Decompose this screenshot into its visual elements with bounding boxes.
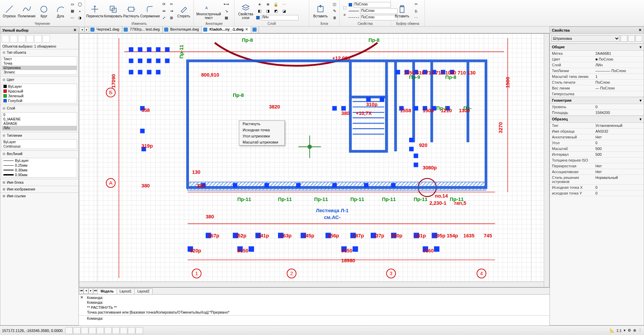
lt-first[interactable]: ⏮ — [79, 288, 84, 294]
copy-tool[interactable]: Копировать — [104, 4, 122, 18]
hscrollbar[interactable] — [79, 282, 544, 287]
close-icon[interactable]: ✕ — [639, 28, 642, 32]
extend-icon[interactable]: ⇥ — [168, 8, 175, 14]
layer-b5-icon[interactable]: ◪ — [281, 8, 288, 14]
status-opt-3[interactable]: ⋮ — [638, 328, 642, 333]
ellipse-icon[interactable]: ◯ — [76, 1, 83, 7]
ctx-hatch-angle[interactable]: Угол штриховки — [239, 133, 284, 139]
property-row[interactable]: СлойЛИн — [550, 62, 644, 68]
sec-type[interactable]: Тип объекта — [0, 49, 79, 56]
layout-model[interactable]: Модель — [98, 288, 117, 294]
rp-btn-2[interactable] — [628, 35, 635, 42]
rp-section[interactable]: Геометрия▾ — [550, 97, 644, 104]
sec-iname[interactable]: Имя изображения — [0, 186, 79, 192]
cut-icon[interactable]: ✂ — [413, 1, 419, 7]
block-create-icon[interactable]: ◫ — [331, 1, 338, 7]
copy-clip-icon[interactable]: ⎘ — [413, 8, 419, 14]
mirror-icon[interactable]: ⇔ — [160, 8, 167, 14]
layer-b4-icon[interactable]: ◩ — [273, 8, 279, 14]
property-row[interactable]: Уровень0 — [550, 104, 644, 110]
layer-lock-icon[interactable]: 🔒 — [273, 2, 279, 8]
property-value[interactable]: Установленный — [593, 123, 644, 128]
layout-2[interactable]: Layout2 — [134, 288, 153, 294]
erase-tool[interactable]: Стереть — [175, 4, 192, 18]
arc-tool[interactable]: Дуга — [53, 4, 68, 18]
ctx-origin[interactable]: Исходная точка — [239, 127, 284, 133]
tpy-toggle[interactable] — [128, 327, 135, 334]
property-row[interactable]: Стиль печатиПоСлою — [550, 80, 644, 85]
property-value[interactable] — [593, 91, 644, 97]
status-opt-1[interactable]: ⚙ — [628, 328, 631, 333]
dim-icon[interactable]: ⟷ — [223, 1, 230, 7]
property-value[interactable]: ■ ПоСлою — [593, 56, 644, 62]
ss-tool-1[interactable] — [2, 35, 9, 43]
circle-tool[interactable]: Круг — [36, 4, 52, 18]
cmd-close-icon[interactable]: ✕ — [80, 295, 83, 300]
block-attr-icon[interactable]: ≣ — [331, 15, 338, 21]
command-input[interactable] — [105, 316, 547, 321]
property-value[interactable]: ANSI32 — [593, 129, 644, 134]
property-row[interactable]: Масштаб500 — [550, 146, 644, 152]
leader-icon[interactable]: ↘ — [223, 8, 230, 14]
ss-tool-4[interactable] — [26, 35, 34, 43]
polar-toggle[interactable] — [89, 327, 96, 334]
props-list-icon[interactable]: ≡ — [341, 12, 348, 18]
property-row[interactable]: Имя образцаANSI32 — [550, 129, 644, 134]
property-value[interactable]: 1 — [593, 74, 644, 79]
match-props-icon[interactable]: ⬚ — [341, 5, 348, 11]
move-tool[interactable]: Перенести — [86, 4, 103, 18]
layer-props[interactable]: Свойства слоя — [236, 2, 256, 20]
line-tool[interactable]: Отрезок — [1, 4, 17, 18]
sec-ltype[interactable]: Типлинии — [0, 132, 79, 139]
otrack-toggle[interactable] — [104, 327, 112, 334]
property-value[interactable]: 0 — [593, 185, 644, 190]
property-row[interactable]: Метка2AA66B1 — [550, 51, 644, 56]
region-icon[interactable]: ◑ — [76, 15, 83, 21]
point-icon[interactable]: • — [76, 8, 83, 14]
table-icon[interactable]: ▦ — [223, 15, 230, 21]
paste-spec-icon[interactable]: ⋯ — [413, 15, 419, 21]
anno-scale-icon[interactable]: 📐 — [610, 328, 614, 333]
sec-lname[interactable]: Имя ссылки — [0, 193, 79, 199]
property-row[interactable]: ТипЛинии———— ПоСлою — [550, 68, 644, 74]
layer-list[interactable]: 0 0_IAAIENE ASHADE ЛИн — [2, 112, 77, 131]
ss-tool-6[interactable] — [42, 35, 50, 43]
block-edit-icon[interactable]: ✎ — [331, 8, 338, 14]
lt-prev[interactable]: ◂ — [84, 288, 88, 294]
grid-toggle[interactable] — [73, 327, 81, 334]
property-value[interactable]: 0 — [593, 190, 644, 196]
entity-type-select[interactable]: Штриховка — [551, 35, 620, 42]
property-row[interactable]: исходная точка Y0 — [550, 190, 644, 196]
insert-block[interactable]: Вставить — [311, 4, 330, 18]
scale-readout[interactable]: 1:1 — [616, 329, 622, 333]
property-value[interactable]: — ПоСлою — [593, 85, 644, 91]
tab-1[interactable]: 7793гр... test.dwg — [122, 27, 163, 33]
sec-bname[interactable]: Имя блока — [0, 179, 79, 186]
lt-next[interactable]: ▸ — [88, 288, 93, 294]
close-icon[interactable]: ✕ — [73, 28, 76, 32]
ss-tool-5[interactable] — [34, 35, 42, 43]
ctx-hatch-scale[interactable]: Масштаб штриховки — [239, 139, 284, 145]
property-row[interactable]: Исходная точка X0 — [550, 185, 644, 190]
scale-icon[interactable]: ⤢ — [160, 15, 167, 21]
property-value[interactable]: ———— ПоСлою — [593, 68, 644, 73]
ltype-list[interactable]: ByLayer Continuous — [2, 139, 77, 149]
osnap-toggle[interactable] — [97, 327, 104, 334]
property-row[interactable]: Цвет■ ПоСлою — [550, 56, 644, 62]
rotate-icon[interactable]: ⟳ — [160, 1, 167, 7]
tab-2[interactable]: Вентиляция.dwg — [163, 27, 202, 33]
hatch-icon[interactable]: ▦ — [69, 8, 76, 14]
property-value[interactable]: 1584200 — [593, 110, 644, 115]
layer-state-icon[interactable]: ☀ — [256, 2, 263, 8]
fillet-tool[interactable]: Сопряжение — [140, 4, 160, 18]
layer-b3-icon[interactable]: ◨ — [264, 8, 271, 14]
stretch-tool[interactable]: Растянуть — [123, 4, 140, 18]
property-row[interactable]: Интервал500 — [550, 152, 644, 157]
type-list[interactable]: Текст Точка Штриховка Эллипс — [2, 56, 77, 75]
tab-next[interactable]: ▸ — [84, 27, 89, 32]
layer-more-icon[interactable]: ⋯ — [281, 2, 288, 8]
drawing-canvas[interactable]: БА 1234 — [79, 34, 549, 287]
rp-section[interactable]: Образец▾ — [550, 116, 644, 123]
status-opt-2[interactable]: ⊕ — [633, 328, 636, 333]
layer-b2-icon[interactable]: ◧ — [256, 8, 263, 14]
